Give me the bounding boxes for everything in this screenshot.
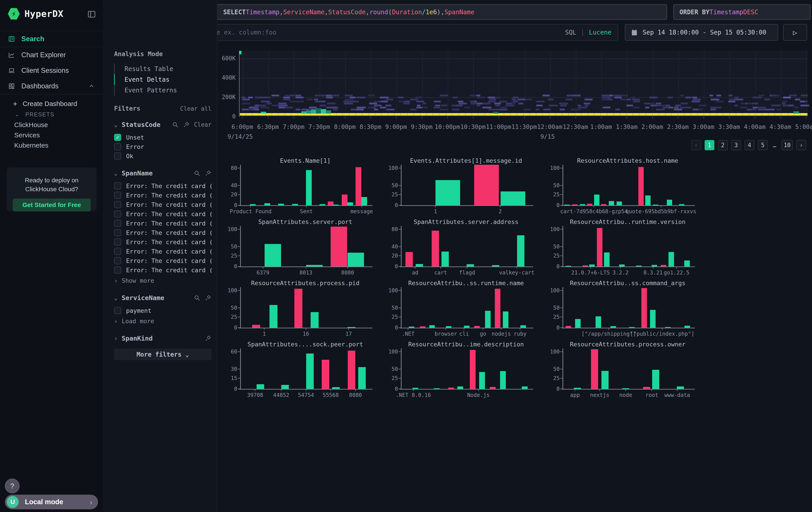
preset-item-clickhouse[interactable]: ClickHouse [0,120,103,130]
more-filters-button[interactable]: More filters ⌄ [114,349,211,360]
filter-option[interactable]: Error: The credit card (… [114,200,211,209]
clear-all-link[interactable]: Clear all [180,105,211,112]
show-more-link[interactable]: ›Show more [114,276,211,286]
run-query-button[interactable]: ▷ [783,24,807,41]
filter-option[interactable]: Error: The credit card (… [114,247,211,256]
sql-select-input[interactable]: SELECT Timestamp, ServiceName, StatusCod… [216,4,667,20]
filter-option[interactable]: Error: The credit card (… [114,181,211,191]
checkbox-icon[interactable] [114,307,121,314]
create-dashboard-button[interactable]: + Create Dashboard [0,99,103,109]
x-axis-label: 2:00am [641,123,663,130]
x-tick-mark [250,205,251,208]
mini-chart[interactable]: Events.Attributes[1].message.id025501001… [393,156,540,215]
time-range-picker[interactable]: Sep 14 18:00:00 - Sep 15 05:30:00 [625,24,778,41]
mini-chart[interactable]: ResourceAttributes.host.name02550100cart… [554,156,701,215]
filter-option[interactable]: Error: The credit card (… [114,265,211,275]
checkbox-icon[interactable] [114,192,121,199]
filter-option[interactable]: Error: The credit card (… [114,256,211,265]
checkbox-checked-icon[interactable]: ✓ [114,134,121,141]
pin-icon[interactable] [205,170,211,177]
pin-icon[interactable] [205,335,211,342]
order-by-input[interactable]: ORDER BY Timestamp DESC [673,4,810,20]
filter-group-header[interactable]: ⌄StatusCodeClear [114,120,211,130]
filter-group-header[interactable]: ⌄ServiceName [114,293,211,303]
checkbox-icon[interactable] [114,143,121,150]
mini-chart[interactable]: ResourceAttributes.process.owner02550100… [554,340,701,399]
checkbox-icon[interactable] [114,257,121,264]
checkbox-icon[interactable] [114,266,121,274]
filter-option[interactable]: Error: The credit card (… [114,228,211,237]
mini-chart[interactable]: Events.Name[1]0204080Product FoundSentme… [232,156,379,215]
mini-chart[interactable]: ResourceAttribu..runtime.version02550100… [554,217,701,276]
mini-chart[interactable]: ResourceAttribu..ss.command_args02550100… [554,278,701,337]
page-button-5[interactable]: 5 [758,140,768,150]
filter-option[interactable]: Error [114,142,211,152]
filter-option[interactable]: Error: The credit card (… [114,219,211,228]
filter-group-header[interactable]: ⌄SpanName [114,168,211,178]
next-page-button[interactable]: › [796,140,806,150]
load-more-link[interactable]: ›Load more [114,316,211,326]
bar [436,180,460,205]
get-started-button[interactable]: Get Started for Free [13,198,91,212]
filter-option[interactable]: Error: The credit card (… [114,209,211,219]
presets-toggle[interactable]: ⌄ PRESETS [0,109,103,120]
filter-options: payment [114,306,211,315]
checkbox-icon[interactable] [114,238,121,246]
mini-chart[interactable]: SpanAttributes.server.port02550100637980… [232,217,379,276]
search-icon[interactable] [194,170,200,177]
page-button-3[interactable]: 3 [731,140,741,150]
account-pill[interactable]: U Local mode › [5,495,98,509]
analysis-mode-event-patterns[interactable]: Event Patterns [114,85,211,96]
help-button[interactable]: ? [5,479,20,493]
search-icon[interactable] [172,121,178,128]
filter-group-header[interactable]: ›SpanKind [114,333,211,343]
analysis-mode-event-deltas[interactable]: Event Deltas [114,74,211,85]
lucene-toggle[interactable]: Lucene [589,29,611,36]
sidebar-item-search[interactable]: Search [0,31,103,47]
prev-page-button[interactable]: ‹ [691,140,701,150]
analysis-mode-results-table[interactable]: Results Table [114,63,211,74]
checkbox-icon[interactable] [114,153,121,160]
checkbox-icon[interactable] [114,248,121,255]
filter-option[interactable]: Ok [114,152,211,161]
y-axis-label: 50 [384,366,398,372]
mini-chart[interactable]: ResourceAttribu..ss.runtime.name02550100… [393,278,540,337]
lightning-bolt-icon: ⚡ [7,7,20,20]
filter-group-title: SpanKind [122,334,153,342]
preset-item-services[interactable]: Services [0,130,103,140]
heat-cell [387,109,395,110]
heat-cell [506,103,512,104]
clear-filter-link[interactable]: Clear [194,121,211,128]
heat-cell [327,103,336,104]
preset-item-kubernetes[interactable]: Kubernetes [0,140,103,151]
mini-chart[interactable]: ResourceAttributes.process.pid0255010011… [232,278,379,337]
pin-icon[interactable] [183,121,190,128]
search-icon[interactable] [194,295,200,301]
filter-option[interactable]: payment [114,306,211,315]
page-button-1[interactable]: 1 [705,140,715,150]
pin-icon[interactable] [205,295,211,301]
sidebar-item-chart-explorer[interactable]: Chart Explorer [0,47,103,63]
filter-option[interactable]: Error: The credit card (… [114,191,211,200]
heat-cell [584,103,588,104]
mini-chart[interactable]: SpanAttributes.server.address0204080adca… [393,217,540,276]
filter-option[interactable]: ✓Unset [114,133,211,142]
checkbox-icon[interactable] [114,201,121,208]
checkbox-icon[interactable] [114,182,121,189]
checkbox-icon[interactable] [114,210,121,217]
code-token: , [366,8,370,16]
page-button-2[interactable]: 2 [718,140,728,150]
checkbox-icon[interactable] [114,220,121,227]
checkbox-icon[interactable] [114,229,121,236]
filter-option[interactable]: Error: The credit card (… [114,237,211,247]
mini-chart[interactable]: SpanAttributes....sock.peer.port01530603… [232,340,379,399]
y-axis-label: 0 [546,263,560,270]
sql-toggle[interactable]: SQL [565,29,576,36]
sidebar-item-dashboards[interactable]: Dashboards [0,78,103,95]
page-button-4[interactable]: 4 [745,140,754,150]
sidebar-collapse-icon[interactable] [87,9,96,18]
mini-chart[interactable]: ResourceAttribu..ime.description02550100… [393,340,540,399]
page-button-10[interactable]: 10 [782,140,793,150]
app-title: HyperDX [25,9,64,19]
sidebar-item-client-sessions[interactable]: Client Sessions [0,63,103,78]
